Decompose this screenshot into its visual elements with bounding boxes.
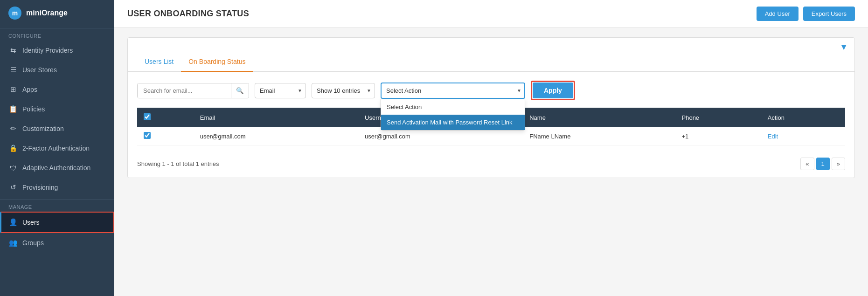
topbar: USER ONBOARDING STATUS Add User Export U… — [114, 0, 868, 28]
sidebar-item-label: Identity Providers — [22, 47, 73, 54]
page-title: USER ONBOARDING STATUS — [127, 9, 249, 19]
customization-icon: ✏ — [8, 124, 18, 133]
user-stores-icon: ☰ — [8, 65, 18, 75]
sidebar-item-adaptive-auth[interactable]: 🛡 Adaptive Authentication — [0, 158, 114, 178]
search-button[interactable]: 🔍 — [231, 83, 249, 98]
sidebar-item-policies[interactable]: 📋 Policies — [0, 99, 114, 119]
sidebar-item-label: 2-Factor Authentication — [22, 145, 90, 152]
action-select-display[interactable]: Select Action ▼ — [381, 83, 525, 99]
search-input[interactable] — [138, 83, 231, 98]
tab-onboarding-status[interactable]: On Boarding Status — [181, 52, 253, 72]
action-wrap: Select Action ▼ Select Action Send Activ… — [381, 83, 525, 99]
sidebar-item-groups[interactable]: 👥 Groups — [0, 233, 114, 253]
tab-users-list[interactable]: Users List — [137, 52, 181, 72]
sidebar-item-identity-providers[interactable]: ⇆ Identity Providers — [0, 41, 114, 60]
sidebar-item-label: Policies — [22, 105, 45, 113]
col-phone: Phone — [675, 108, 761, 127]
col-name: Name — [523, 108, 675, 127]
topbar-actions: Add User Export Users — [757, 7, 855, 21]
col-action: Action — [761, 108, 845, 127]
apply-button-wrap: Apply — [531, 81, 575, 100]
sidebar-item-2fa[interactable]: 🔒 2-Factor Authentication — [0, 138, 114, 158]
col-email: Email — [194, 108, 358, 127]
content-area: ▼ Users List On Boarding Status 🔍 Email — [114, 28, 868, 296]
row-phone: +1 — [675, 127, 761, 145]
email-select[interactable]: Email — [255, 83, 306, 98]
sidebar-item-customization[interactable]: ✏ Customization — [0, 119, 114, 138]
row-email: user@gmail.com — [194, 127, 358, 145]
prev-page-button[interactable]: « — [800, 158, 814, 170]
sidebar-item-label: Users — [22, 219, 40, 226]
identity-providers-icon: ⇆ — [8, 46, 18, 55]
manage-section-label: Manage — [0, 199, 114, 212]
action-chevron-icon: ▼ — [517, 88, 521, 93]
row-checkbox[interactable] — [144, 132, 151, 139]
main-content: USER ONBOARDING STATUS Add User Export U… — [114, 0, 868, 296]
add-user-button[interactable]: Add User — [757, 7, 799, 21]
filter-bar: 🔍 Email Show 10 entries Show 25 entries … — [128, 81, 854, 108]
search-wrap: 🔍 — [137, 83, 249, 98]
pagination-info: Showing 1 - 1 of total 1 entries — [137, 160, 219, 167]
entries-select[interactable]: Show 10 entries Show 25 entries Show 50 … — [312, 83, 375, 98]
sidebar-item-label: Groups — [22, 239, 44, 247]
collapse-icon[interactable]: ▼ — [840, 42, 848, 52]
entries-select-wrap: Show 10 entries Show 25 entries Show 50 … — [312, 83, 375, 98]
policies-icon: 📋 — [8, 104, 18, 114]
card-collapse-area: ▼ — [128, 38, 854, 52]
pagination-row: Showing 1 - 1 of total 1 entries « 1 » — [128, 153, 854, 178]
action-selected-text: Select Action — [386, 87, 421, 94]
pagination: « 1 » — [800, 158, 845, 170]
logo: m miniOrange — [0, 0, 114, 26]
row-checkbox-cell — [137, 127, 194, 145]
sidebar-item-apps[interactable]: ⊞ Apps — [0, 80, 114, 99]
apps-icon: ⊞ — [8, 85, 18, 94]
main-card: ▼ Users List On Boarding Status 🔍 Email — [127, 37, 855, 178]
sidebar-item-provisioning[interactable]: ↺ Provisioning — [0, 178, 114, 197]
sidebar-item-label: Provisioning — [22, 184, 58, 191]
sidebar-item-label: Apps — [22, 86, 37, 93]
sidebar-item-label: User Stores — [22, 66, 57, 74]
sidebar-item-label: Adaptive Authentication — [22, 164, 90, 172]
groups-icon: 👥 — [8, 238, 18, 248]
2fa-icon: 🔒 — [8, 144, 18, 153]
row-action-cell: Edit — [761, 127, 845, 145]
adaptive-auth-icon: 🛡 — [8, 163, 18, 172]
export-users-button[interactable]: Export Users — [803, 7, 855, 21]
row-edit-link[interactable]: Edit — [768, 133, 778, 140]
sidebar-item-user-stores[interactable]: ☰ User Stores — [0, 60, 114, 80]
apply-button[interactable]: Apply — [533, 83, 573, 98]
next-page-button[interactable]: » — [832, 158, 845, 170]
logo-text: miniOrange — [26, 9, 68, 17]
action-option-send-activation[interactable]: Send Activation Mail with Password Reset… — [381, 115, 525, 130]
provisioning-icon: ↺ — [8, 183, 18, 192]
action-option-default[interactable]: Select Action — [381, 99, 525, 115]
configure-section-label: Configure — [0, 28, 114, 41]
sidebar-item-label: Customization — [22, 125, 64, 132]
page-1-button[interactable]: 1 — [816, 158, 830, 170]
tabs-bar: Users List On Boarding Status — [128, 52, 854, 72]
col-checkbox — [137, 108, 194, 127]
users-icon: 👤 — [8, 218, 18, 227]
action-dropdown: Select Action Send Activation Mail with … — [381, 99, 525, 131]
email-select-wrap: Email — [255, 83, 306, 98]
sidebar: m miniOrange Configure ⇆ Identity Provid… — [0, 0, 114, 296]
logo-icon: m — [8, 7, 21, 20]
sidebar-item-users[interactable]: 👤 Users — [0, 212, 114, 233]
row-name: FName LName — [523, 127, 675, 145]
select-all-checkbox[interactable] — [144, 113, 151, 120]
